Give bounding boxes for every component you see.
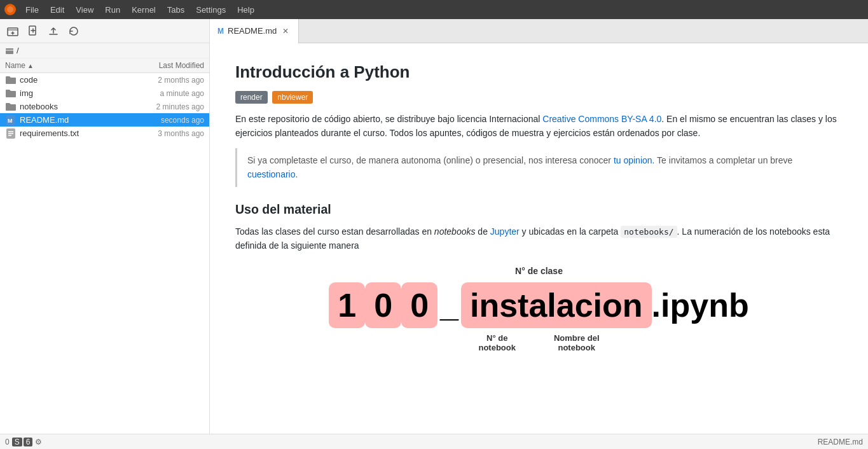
file-name: requirements.txt: [20, 128, 128, 138]
diagram-container: N° de clase 1 0 0 _ instalacion .ipynb N…: [235, 266, 843, 352]
folder-icon: [5, 102, 17, 111]
status-gear[interactable]: ⚙: [35, 438, 42, 446]
diagram-ext: .ipynb: [652, 286, 749, 324]
jupyter-link[interactable]: Jupyter: [490, 226, 520, 237]
status-mode: S: [12, 438, 22, 446]
file-name: notebooks: [20, 102, 128, 111]
file-name: README.md: [20, 115, 128, 125]
diagram-box-instalacion: instalacion: [461, 282, 652, 328]
status-filename: README.md: [818, 438, 863, 446]
cuestionario-link[interactable]: cuestionario: [247, 169, 296, 179]
upload-button[interactable]: [46, 24, 61, 39]
menu-run[interactable]: Run: [100, 3, 125, 17]
menu-kernel[interactable]: Kernel: [127, 3, 161, 17]
list-item[interactable]: M README.md seconds ago: [0, 113, 209, 127]
caption-notebook: N° denotebook: [478, 333, 516, 352]
sidebar: / Name ▲ Last Modified code 2 months ago: [0, 19, 210, 434]
file-modified: 2 months ago: [128, 76, 204, 85]
diagram-separator: _: [437, 286, 461, 324]
status-bar: 0 S 6 ⚙ README.md: [0, 434, 868, 449]
list-item[interactable]: img a minute ago: [0, 86, 209, 100]
diagram-boxes: 1 0 0 _ instalacion .ipynb: [329, 282, 748, 328]
txt-file-icon: [5, 129, 17, 138]
markdown-content[interactable]: Introducción a Python render nbviewer En…: [210, 43, 868, 434]
svg-rect-4: [6, 48, 13, 54]
refresh-button[interactable]: [66, 24, 81, 39]
menu-edit[interactable]: Edit: [45, 3, 69, 17]
tab-icon: M: [217, 27, 224, 36]
file-name: code: [20, 75, 128, 85]
new-folder-button[interactable]: [5, 24, 20, 39]
svg-text:M: M: [8, 118, 13, 124]
diagram-caption: N° denotebook Nombre delnotebook: [329, 333, 748, 352]
md-file-icon: M: [5, 116, 17, 125]
tab-close-button[interactable]: ✕: [280, 26, 291, 36]
menu-view[interactable]: View: [71, 3, 99, 17]
content-area: M README.md ✕ Introducción a Python rend…: [210, 19, 868, 434]
caption-nombre: Nombre delnotebook: [554, 333, 600, 352]
diagram: N° de clase 1 0 0 _ instalacion .ipynb N…: [329, 266, 748, 352]
main-area: / Name ▲ Last Modified code 2 months ago: [0, 19, 868, 434]
folder-icon: [5, 89, 17, 98]
status-number: 6: [24, 438, 33, 446]
file-modified: a minute ago: [128, 89, 204, 98]
blockquote: Si ya completaste el curso, de manera au…: [235, 148, 843, 187]
tab-bar: M README.md ✕: [210, 19, 868, 43]
breadcrumb: /: [0, 43, 209, 59]
file-modified: 2 minutes ago: [128, 102, 204, 111]
list-item[interactable]: requirements.txt 3 months ago: [0, 127, 209, 140]
column-modified: Last Modified: [128, 61, 204, 70]
svg-point-1: [7, 6, 13, 13]
list-item[interactable]: notebooks 2 minutes ago: [0, 100, 209, 113]
file-modified: 3 months ago: [128, 129, 204, 138]
menu-help[interactable]: Help: [232, 3, 259, 17]
badges-container: render nbviewer: [235, 92, 843, 102]
menubar: File Edit View Run Kernel Tabs Settings …: [0, 0, 868, 19]
list-item[interactable]: code 2 months ago: [0, 73, 209, 86]
folder-icon: [5, 76, 17, 85]
column-name[interactable]: Name ▲: [5, 61, 128, 70]
tab-readme[interactable]: M README.md ✕: [210, 19, 299, 43]
badge-render: render: [235, 91, 268, 104]
file-modified: seconds ago: [128, 116, 204, 125]
app-logo: [4, 3, 17, 16]
diagram-box-0b: 0: [401, 282, 437, 328]
file-list-header: Name ▲ Last Modified: [0, 59, 209, 73]
badge-nbviewer: nbviewer: [272, 91, 313, 104]
paragraph-2: Todas las clases del curso estan desarro…: [235, 224, 843, 253]
menu-file[interactable]: File: [20, 3, 44, 17]
tab-label: README.md: [228, 26, 277, 36]
diagram-box-0a: 0: [365, 282, 401, 328]
diagram-label: N° de clase: [329, 266, 748, 276]
cc-link[interactable]: Creative Commons BY-SA 4.0: [542, 114, 661, 124]
opinion-link[interactable]: tu opinion: [614, 155, 652, 165]
diagram-box-1: 1: [329, 282, 365, 328]
menu-settings[interactable]: Settings: [191, 3, 231, 17]
new-file-button[interactable]: [25, 24, 41, 39]
menu-tabs[interactable]: Tabs: [162, 3, 189, 17]
sidebar-toolbar: [0, 19, 209, 43]
paragraph-1: En este repositorio de código abierto, s…: [235, 112, 843, 141]
status-zero: 0: [5, 438, 10, 446]
notebooks-code: notebooks/: [621, 226, 677, 238]
file-name: img: [20, 88, 128, 98]
content-title: Introducción a Python: [235, 62, 843, 82]
section2-title: Uso del material: [235, 202, 843, 217]
file-list: code 2 months ago img a minute ago noteb…: [0, 73, 209, 434]
